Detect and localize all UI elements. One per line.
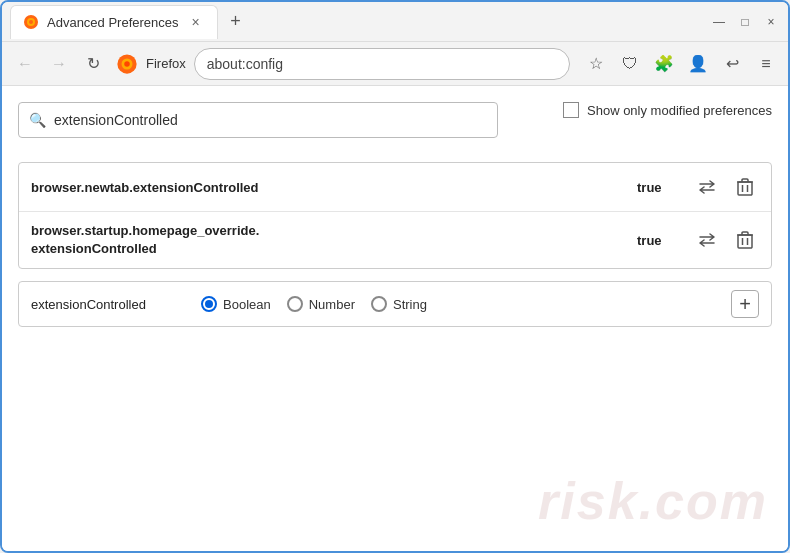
pref-actions bbox=[693, 173, 759, 201]
radio-inner-boolean bbox=[205, 300, 213, 308]
radio-group: Boolean Number String bbox=[201, 296, 427, 312]
add-preference-row: extensionControlled Boolean Number bbox=[18, 281, 772, 327]
active-tab[interactable]: Advanced Preferences × bbox=[10, 5, 218, 39]
toggle-button[interactable] bbox=[693, 173, 721, 201]
svg-point-5 bbox=[124, 61, 130, 67]
radio-circle-number bbox=[287, 296, 303, 312]
reload-button[interactable]: ↻ bbox=[78, 49, 108, 79]
browser-window: Advanced Preferences × + — □ × ← → ↻ Fir… bbox=[0, 0, 790, 553]
svg-rect-10 bbox=[738, 235, 752, 248]
radio-label-number: Number bbox=[309, 297, 355, 312]
transfer-icon bbox=[698, 180, 716, 194]
search-bar[interactable]: 🔍 bbox=[18, 102, 498, 138]
profile-icon[interactable]: 👤 bbox=[684, 50, 712, 78]
minimize-button[interactable]: — bbox=[710, 13, 728, 31]
radio-string[interactable]: String bbox=[371, 296, 427, 312]
firefox-logo bbox=[116, 53, 138, 75]
radio-number[interactable]: Number bbox=[287, 296, 355, 312]
radio-label-boolean: Boolean bbox=[223, 297, 271, 312]
delete-icon bbox=[737, 178, 753, 196]
search-icon: 🔍 bbox=[29, 112, 46, 128]
forward-button[interactable]: → bbox=[44, 49, 74, 79]
table-row: browser.startup.homepage_override. exten… bbox=[19, 212, 771, 268]
radio-circle-boolean bbox=[201, 296, 217, 312]
radio-boolean[interactable]: Boolean bbox=[201, 296, 271, 312]
shield-icon[interactable]: 🛡 bbox=[616, 50, 644, 78]
table-row: browser.newtab.extensionControlled true bbox=[19, 163, 771, 212]
content-area: 🔍 Show only modified preferences browser… bbox=[2, 86, 788, 551]
pref-name: browser.newtab.extensionControlled bbox=[31, 180, 637, 195]
pref-name-line1: browser.startup.homepage_override. bbox=[31, 223, 259, 238]
pref-value: true bbox=[637, 233, 677, 248]
menu-icon[interactable]: ≡ bbox=[752, 50, 780, 78]
extension-icon[interactable]: 🧩 bbox=[650, 50, 678, 78]
svg-rect-6 bbox=[738, 182, 752, 195]
add-preference-button[interactable]: + bbox=[731, 290, 759, 318]
window-controls: — □ × bbox=[710, 13, 780, 31]
preferences-table: browser.newtab.extensionControlled true bbox=[18, 162, 772, 269]
search-input[interactable] bbox=[54, 112, 487, 128]
show-modified-label: Show only modified preferences bbox=[587, 103, 772, 118]
tab-title: Advanced Preferences bbox=[47, 15, 179, 30]
add-pref-name: extensionControlled bbox=[31, 297, 181, 312]
toggle-button[interactable] bbox=[693, 226, 721, 254]
tab-favicon bbox=[23, 14, 39, 30]
pref-value: true bbox=[637, 180, 677, 195]
pref-name-line2: extensionControlled bbox=[31, 241, 157, 256]
tab-close-button[interactable]: × bbox=[187, 13, 205, 31]
watermark: risk.com bbox=[538, 471, 768, 531]
back-button[interactable]: ← bbox=[10, 49, 40, 79]
address-bar[interactable]: about:config bbox=[194, 48, 570, 80]
radio-circle-string bbox=[371, 296, 387, 312]
show-modified-checkbox[interactable] bbox=[563, 102, 579, 118]
new-tab-button[interactable]: + bbox=[222, 8, 250, 36]
close-window-button[interactable]: × bbox=[762, 13, 780, 31]
nav-icons: ☆ 🛡 🧩 👤 ↩ ≡ bbox=[582, 50, 780, 78]
pref-actions bbox=[693, 226, 759, 254]
firefox-label: Firefox bbox=[146, 56, 186, 71]
delete-button[interactable] bbox=[731, 173, 759, 201]
delete-icon bbox=[737, 231, 753, 249]
show-modified-container: Show only modified preferences bbox=[563, 102, 772, 118]
address-text: about:config bbox=[207, 56, 283, 72]
title-bar: Advanced Preferences × + — □ × bbox=[2, 2, 788, 42]
bookmark-icon[interactable]: ☆ bbox=[582, 50, 610, 78]
pref-name-multiline: browser.startup.homepage_override. exten… bbox=[31, 222, 637, 258]
maximize-button[interactable]: □ bbox=[736, 13, 754, 31]
svg-point-2 bbox=[29, 20, 33, 24]
delete-button[interactable] bbox=[731, 226, 759, 254]
transfer-icon bbox=[698, 233, 716, 247]
radio-label-string: String bbox=[393, 297, 427, 312]
nav-bar: ← → ↻ Firefox about:config ☆ 🛡 🧩 👤 ↩ ≡ bbox=[2, 42, 788, 86]
history-icon[interactable]: ↩ bbox=[718, 50, 746, 78]
